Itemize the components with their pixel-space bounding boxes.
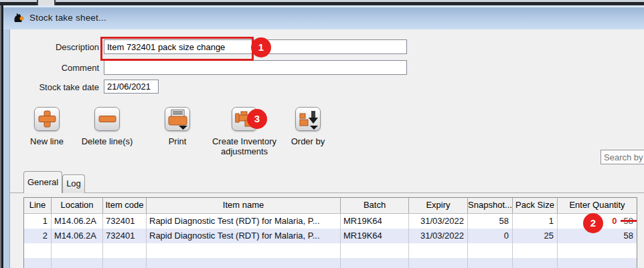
new-line-button[interactable] xyxy=(34,107,60,131)
minus-icon xyxy=(95,108,119,130)
window-title: Stock take sheet... xyxy=(29,13,106,23)
stock-take-table: Line Location Item code Item name Batch … xyxy=(23,197,637,268)
plus-icon xyxy=(35,108,59,130)
order-by-label: Order by xyxy=(281,136,335,146)
column-header-line[interactable]: Line xyxy=(24,198,52,213)
cell-batch: MR19K64 xyxy=(341,229,409,243)
search-input[interactable] xyxy=(600,150,644,164)
table-header-row: Line Location Item code Item name Batch … xyxy=(24,198,637,214)
cell-expiry: 31/03/2022 xyxy=(409,214,468,229)
tabstrip-divider xyxy=(10,192,644,193)
table-row[interactable]: 1 M14.06.2A 732401 Rapid Diagnostic Test… xyxy=(24,214,637,229)
cell-item-code: 732401 xyxy=(103,229,147,243)
cell-item-name: Rapid Diagnostic Test (RDT) for Malaria,… xyxy=(147,229,341,243)
cell-line: 2 xyxy=(24,229,52,243)
print-button[interactable] xyxy=(165,107,190,131)
table-empty-row[interactable] xyxy=(24,258,637,268)
cell-expiry: 31/03/2022 xyxy=(409,229,468,243)
background-window-tab xyxy=(37,0,56,5)
new-line-label: New line xyxy=(17,136,77,146)
screen: Stock take sheet... Description Comment … xyxy=(0,0,644,268)
table-row[interactable]: 2 M14.06.2A 732401 Rapid Diagnostic Test… xyxy=(24,229,637,243)
cell-snapshot: 0 xyxy=(468,229,513,243)
dropdown-arrow-icon xyxy=(179,126,187,130)
tab-log[interactable]: Log xyxy=(62,174,85,193)
delete-lines-button[interactable] xyxy=(94,107,120,131)
cell-batch: MR19K64 xyxy=(341,214,409,229)
print-label: Print xyxy=(151,136,204,146)
column-header-batch[interactable]: Batch xyxy=(341,198,409,213)
delete-lines-label: Delete line(s) xyxy=(74,136,141,146)
create-inventory-adjustments-label: Create Inventory adjustments xyxy=(203,136,286,156)
annotation-callout-3: 3 xyxy=(247,109,267,129)
comment-label: Comment xyxy=(25,63,99,73)
cell-line: 1 xyxy=(24,214,52,229)
sort-order-icon xyxy=(296,108,320,130)
description-label: Description xyxy=(25,42,99,52)
annotation-callout-2: 2 xyxy=(583,213,603,233)
titlebar[interactable]: Stock take sheet... xyxy=(3,5,644,29)
column-header-location[interactable]: Location xyxy=(52,198,103,213)
cell-item-code: 732401 xyxy=(103,214,147,229)
msupply-cat-icon xyxy=(11,11,25,24)
order-by-button[interactable] xyxy=(295,107,321,131)
column-header-expiry[interactable]: Expiry xyxy=(409,198,468,213)
column-header-enter-quantity[interactable]: Enter Quantity xyxy=(558,198,637,213)
cell-snapshot: 58 xyxy=(468,214,513,229)
stock-take-date-input[interactable] xyxy=(104,80,159,94)
comment-input[interactable] xyxy=(104,60,407,75)
dialog-aero-strip xyxy=(3,29,10,268)
column-header-item-code[interactable]: Item code xyxy=(103,198,147,213)
cell-item-name: Rapid Diagnostic Test (RDT) for Malaria,… xyxy=(147,214,341,229)
column-header-pack-size[interactable]: Pack Size xyxy=(513,198,558,213)
tab-general[interactable]: General xyxy=(23,171,62,193)
column-header-snapshot[interactable]: Snapshot... xyxy=(468,198,513,213)
table-empty-row[interactable] xyxy=(24,243,637,258)
column-header-item-name[interactable]: Item name xyxy=(147,198,341,213)
cell-pack-size: 1 xyxy=(513,214,558,229)
printer-icon xyxy=(165,108,189,130)
cell-location: M14.06.2A xyxy=(52,214,103,229)
annotation-callout-1: 1 xyxy=(251,37,271,57)
cell-location: M14.06.2A xyxy=(52,229,103,243)
stock-take-date-label: Stock take date xyxy=(20,82,99,92)
dropdown-arrow-icon xyxy=(310,126,318,130)
struck-old-quantity-value: 58 xyxy=(624,214,633,229)
new-quantity-value: 0 xyxy=(612,216,617,226)
cell-pack-size: 25 xyxy=(513,229,558,243)
